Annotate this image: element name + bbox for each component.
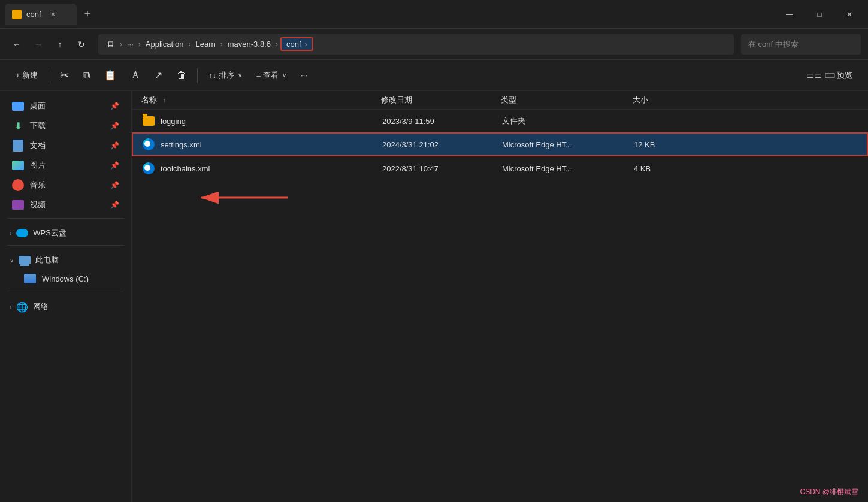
pictures-pin-icon: 📌 [110,161,119,170]
breadcrumb-learn[interactable]: Learn [193,38,217,50]
new-button[interactable]: + 新建 [10,66,44,84]
sidebar-divider-2 [7,245,124,246]
delete-button[interactable]: 🗑 [171,66,192,84]
col-type-label: 类型 [501,95,516,104]
maximize-button[interactable]: □ [806,5,833,24]
network-icon: 🌐 [16,301,28,313]
sort-button[interactable]: ↑↓ 排序 ∨ [202,66,248,84]
toolbar: + 新建 ✂ ⧉ 📋 Ａ ↗ 🗑 ↑↓ 排序 ∨ ≡ 查看 ∨ ··· ▭▭ □… [0,60,868,91]
tab-close-button[interactable]: × [49,10,58,19]
col-header-size[interactable]: 大小 [633,95,692,105]
cut-button[interactable]: ✂ [54,65,75,86]
downloads-icon: ⬇ [12,120,24,132]
table-row[interactable]: logging 2023/3/9 11:59 文件夹 [132,110,868,132]
sidebar-item-documents[interactable]: 文档 📌 [2,136,129,155]
breadcrumb-sep-4: › [274,40,279,49]
main-layout: 桌面 📌 ⬇ 下载 📌 文档 📌 图片 📌 [0,91,868,502]
sidebar-expand-wps: › [10,230,11,237]
edge-icon-toolchains [143,162,155,174]
rename-button[interactable]: Ａ [125,65,146,85]
sidebar-item-desktop[interactable]: 桌面 📌 [2,96,129,116]
new-tab-button[interactable]: + [79,6,96,23]
breadcrumb-more[interactable]: ··· [125,38,136,50]
share-button[interactable]: ↗ [149,66,168,84]
col-date-label: 修改日期 [381,95,412,104]
new-label: + 新建 [16,70,38,81]
sidebar-item-network[interactable]: › 🌐 网络 [0,296,131,315]
file-list: logging 2023/3/9 11:59 文件夹 settings.xml [132,110,868,502]
sidebar-documents-label: 文档 [30,140,104,151]
sidebar-item-downloads[interactable]: ⬇ 下载 📌 [2,116,129,135]
sidebar-item-windows-c[interactable]: Windows (C:) [2,269,129,288]
sidebar-music-label: 音乐 [30,180,104,190]
title-bar: conf × + — □ ✕ [0,0,868,29]
view-button[interactable]: ≡ 查看 ∨ [250,66,292,84]
sidebar-item-wps-cloud[interactable]: › WPS云盘 [0,222,131,241]
documents-icon [12,140,24,152]
table-row[interactable]: settings.xml 2024/3/31 21:02 Microsoft E… [132,132,868,156]
more-button[interactable]: ··· [295,67,313,83]
sidebar-item-pictures[interactable]: 图片 📌 [2,156,129,175]
share-icon: ↗ [155,69,162,81]
preview-label: □□ 预览 [825,70,852,81]
tab-title: conf [26,10,41,19]
minimize-button[interactable]: — [776,5,803,24]
sidebar-divider-1 [7,218,124,219]
sidebar-downloads-label: 下载 [30,120,104,131]
forward-button[interactable]: → [29,35,48,54]
toolbar-sep-2 [197,68,198,83]
file-type-settings: Microsoft Edge HT... [502,140,634,149]
breadcrumb-sep-0: › [119,40,123,49]
tab-area: conf × + [5,4,776,25]
col-header-date[interactable]: 修改日期 [381,95,501,105]
copy-icon: ⧉ [83,70,90,81]
sidebar-item-videos[interactable]: 视频 📌 [2,195,129,214]
back-button[interactable]: ← [7,35,26,54]
sidebar-videos-label: 视频 [30,199,104,210]
breadcrumb-application[interactable]: Application [143,38,186,50]
col-header-name[interactable]: 名称 ↑ [141,95,381,105]
window-controls: — □ ✕ [776,5,863,24]
sidebar-desktop-label: 桌面 [30,101,104,111]
file-date-toolchains: 2022/8/31 10:47 [382,164,502,173]
wps-cloud-icon [16,227,28,239]
downloads-pin-icon: 📌 [110,122,119,130]
address-bar: ← → ↑ ↻ 🖥 › ··· › Application › Learn › … [0,29,868,60]
file-name-text-toolchains: toolchains.xml [161,164,210,173]
sidebar-network-label: 网络 [33,301,49,312]
breadcrumb-conf[interactable]: conf › [280,37,313,51]
table-row[interactable]: toolchains.xml 2022/8/31 10:47 Microsoft… [132,156,868,180]
refresh-button[interactable]: ↻ [72,35,91,54]
sidebar-item-this-pc[interactable]: ∨ 此电脑 [0,249,131,268]
search-input[interactable] [741,34,861,55]
breadcrumb-maven[interactable]: maven-3.8.6 [225,38,273,50]
delete-icon: 🗑 [177,70,186,81]
view-label: ≡ 查看 [256,70,279,81]
copy-button[interactable]: ⧉ [77,66,96,84]
up-button[interactable]: ↑ [50,35,69,54]
breadcrumb-sep-3: › [219,40,224,49]
paste-button[interactable]: 📋 [98,66,122,84]
file-size-settings: 12 KB [634,140,694,149]
windows-drive-icon [24,273,36,285]
sidebar-wps-label: WPS云盘 [33,228,66,238]
breadcrumb-maven-label: maven-3.8.6 [228,40,271,49]
breadcrumb-sep-1: › [137,40,142,49]
active-tab[interactable]: conf × [5,4,77,25]
file-name-toolchains: toolchains.xml [143,162,382,174]
sidebar-item-music[interactable]: 音乐 📌 [2,176,129,195]
breadcrumb-computer[interactable]: 🖥 [104,38,117,50]
sidebar-divider-3 [7,292,124,292]
preview-button[interactable]: ▭▭ □□ 预览 [800,66,858,84]
close-button[interactable]: ✕ [836,5,863,24]
sidebar-this-pc-label: 此电脑 [35,255,59,265]
file-date-logging: 2023/3/9 11:59 [382,117,502,126]
music-pin-icon: 📌 [110,181,119,189]
desktop-icon [12,100,24,112]
col-header-type[interactable]: 类型 [501,95,633,105]
folder-icon [143,116,155,126]
documents-pin-icon: 📌 [110,141,119,150]
sidebar-windows-c-label: Windows (C:) [42,274,89,283]
file-type-logging: 文件夹 [502,116,634,126]
sidebar-pictures-label: 图片 [30,160,104,171]
